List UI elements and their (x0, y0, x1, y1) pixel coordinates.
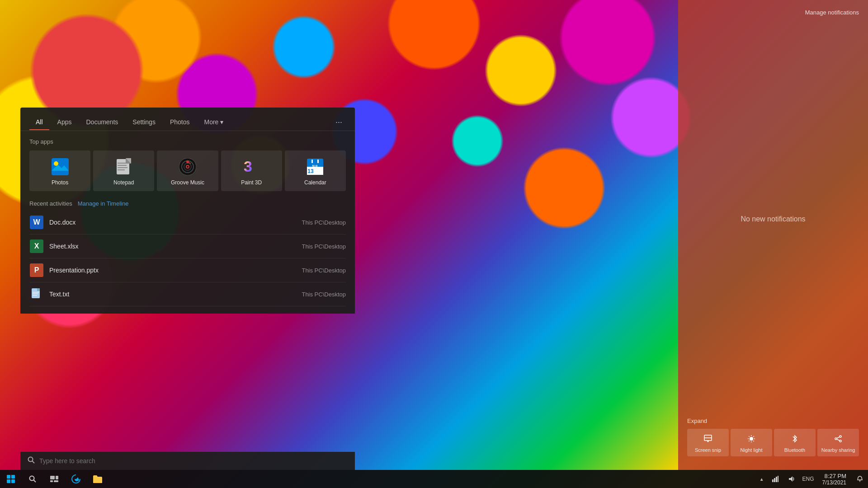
svg-rect-57 (774, 478, 775, 482)
notepad-icon (115, 158, 133, 176)
search-input[interactable] (39, 457, 348, 465)
svg-rect-56 (772, 479, 774, 482)
app-name-notepad: Notepad (113, 179, 134, 186)
manage-timeline-link[interactable]: Manage in Timeline (78, 200, 129, 207)
windows-logo (7, 475, 15, 483)
svg-line-15 (837, 439, 840, 441)
bluetooth-icon (790, 434, 799, 446)
svg-rect-52 (56, 476, 58, 479)
tab-apps[interactable]: Apps (51, 115, 78, 130)
app-tile-photos[interactable]: Photos (29, 150, 90, 191)
svg-rect-43 (37, 288, 40, 291)
start-button[interactable] (0, 470, 22, 488)
top-apps-label: Top apps (29, 138, 346, 145)
svg-rect-41 (317, 160, 319, 163)
tab-all[interactable]: All (29, 115, 49, 130)
svg-point-47 (28, 457, 33, 462)
svg-point-2 (750, 437, 753, 441)
manage-notifications-link[interactable]: Manage notifications (687, 9, 859, 16)
clock-area[interactable]: 8:27 PM 7/13/2021 (817, 470, 852, 488)
app-name-calendar: Calendar (304, 179, 326, 186)
no-notifications-text: No new notifications (687, 20, 859, 418)
svg-point-11 (840, 436, 841, 437)
recent-item-sheet[interactable]: X Sheet.xlsx This PC\Desktop (29, 235, 346, 258)
svg-rect-21 (118, 165, 127, 166)
nearby-sharing-button[interactable]: Nearby sharing (817, 429, 859, 456)
svg-rect-22 (118, 167, 127, 168)
quick-actions-grid: Screen snip Night light Bluetooth Nearby… (687, 429, 859, 456)
excel-icon: X (29, 239, 44, 253)
svg-line-50 (34, 480, 36, 483)
recent-item-ppt[interactable]: P Presentation.pptx This PC\Desktop (29, 258, 346, 282)
taskbar: ▲ ENG 8:27 PM 7/13/2021 (0, 470, 868, 488)
svg-rect-53 (50, 480, 53, 482)
file-path-sheet: This PC\Desktop (302, 243, 346, 250)
start-menu: All Apps Documents Settings Photos More … (20, 108, 355, 314)
notification-center-button[interactable] (852, 470, 868, 488)
tab-more[interactable]: More ▾ (198, 115, 230, 130)
network-icon[interactable] (767, 470, 783, 488)
calendar-icon: JUL 13 (306, 158, 324, 176)
svg-line-9 (753, 436, 754, 436)
task-view-button[interactable] (43, 470, 65, 488)
night-light-button[interactable]: Night light (731, 429, 772, 456)
tab-settings[interactable]: Settings (126, 115, 162, 130)
search-tabs: All Apps Documents Settings Photos More … (20, 108, 355, 131)
svg-point-31 (187, 166, 189, 168)
recent-item-txt[interactable]: Text.txt This PC\Desktop (29, 282, 346, 306)
app-name-groove: Groove Music (171, 179, 204, 186)
svg-point-13 (840, 440, 841, 442)
svg-rect-44 (33, 292, 39, 293)
app-tile-calendar[interactable]: JUL 13 Calendar (285, 150, 346, 191)
desktop: Manage notifications No new notification… (0, 0, 868, 488)
file-name-sheet: Sheet.xlsx (49, 243, 302, 250)
recent-header: Recent activities Manage in Timeline (29, 200, 346, 207)
bluetooth-button[interactable]: Bluetooth (774, 429, 816, 456)
txt-icon (29, 287, 44, 301)
svg-point-18 (54, 161, 58, 166)
recent-item-doc[interactable]: W Doc.docx This PC\Desktop (29, 211, 346, 235)
svg-rect-51 (50, 476, 55, 479)
tray-expand-button[interactable]: ▲ (756, 470, 767, 488)
edge-browser-button[interactable] (65, 470, 87, 488)
file-path-txt: This PC\Desktop (302, 291, 346, 298)
app-name-paint3d: Paint 3D (241, 179, 262, 186)
night-light-icon (747, 434, 756, 446)
search-bar-icon (28, 456, 35, 465)
tab-photos[interactable]: Photos (164, 115, 196, 130)
app-tile-paint3d[interactable]: 3 Paint 3D (221, 150, 282, 191)
file-path-doc: This PC\Desktop (302, 219, 346, 226)
notification-panel: Manage notifications No new notification… (678, 0, 868, 470)
svg-line-48 (33, 461, 35, 464)
recent-files-list: W Doc.docx This PC\Desktop X Sheet.xlsx … (29, 211, 346, 306)
screen-snip-button[interactable]: Screen snip (687, 429, 729, 456)
svg-marker-60 (789, 476, 793, 482)
bluetooth-label: Bluetooth (784, 447, 805, 453)
night-light-label: Night light (741, 447, 763, 453)
app-tile-groove[interactable]: Groove Music (157, 150, 218, 191)
expand-label[interactable]: Expand (687, 418, 859, 424)
svg-line-14 (837, 437, 840, 438)
ppt-icon: P (29, 263, 44, 277)
svg-rect-54 (54, 480, 58, 482)
svg-line-10 (749, 441, 749, 441)
screen-snip-label: Screen snip (695, 447, 721, 453)
screen-snip-icon (703, 434, 712, 446)
groove-icon (179, 158, 197, 176)
nearby-sharing-icon (834, 434, 843, 446)
tab-documents[interactable]: Documents (80, 115, 124, 130)
tabs-ellipsis[interactable]: ··· (332, 114, 346, 131)
app-tile-notepad[interactable]: Notepad (93, 150, 154, 191)
app-name-photos: Photos (52, 179, 68, 186)
search-bar (20, 452, 355, 470)
svg-rect-59 (778, 476, 778, 482)
language-indicator[interactable]: ENG (800, 470, 817, 488)
word-icon: W (29, 215, 44, 230)
svg-rect-58 (776, 477, 777, 482)
svg-rect-45 (33, 294, 38, 295)
photos-icon (51, 158, 69, 176)
taskbar-search-button[interactable] (22, 470, 43, 488)
file-explorer-button[interactable] (87, 470, 108, 488)
svg-rect-46 (33, 295, 37, 296)
volume-icon[interactable] (783, 470, 800, 488)
